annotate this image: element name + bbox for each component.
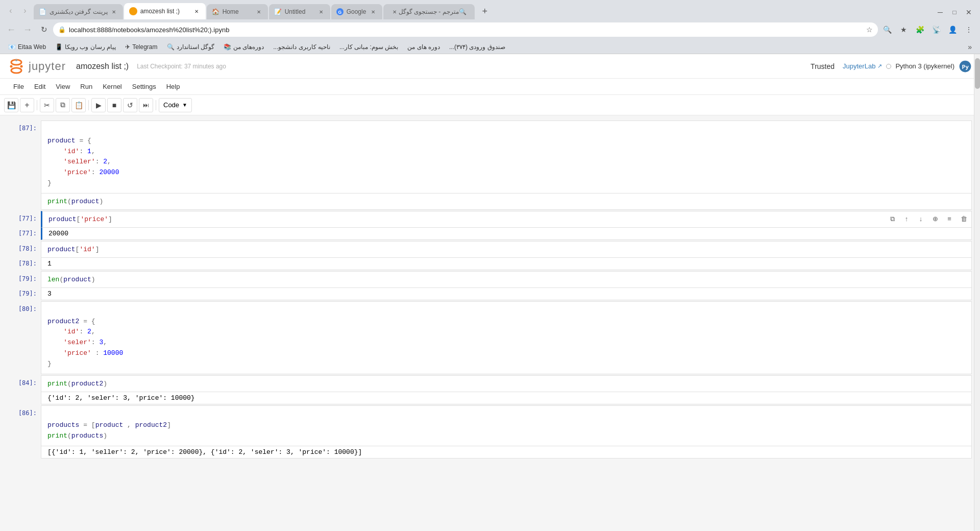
bookmark-5[interactable]: 📚 دوره‌های من (219, 42, 268, 52)
cell-action-4[interactable]: ≡ (943, 213, 955, 225)
back-button[interactable]: ← (4, 22, 18, 37)
bookmark-4[interactable]: 🔍 گوگل استاندارد (163, 42, 218, 52)
paste-button[interactable]: 📋 (71, 98, 86, 112)
notebook-name[interactable]: amozesh list ;) (76, 62, 129, 71)
cell-type-dropdown[interactable]: Code ▼ (159, 98, 192, 112)
cell-87-input: product = { 'id': 1, 'seller': 2, 'price… (41, 121, 971, 193)
cell-79-body[interactable]: len(product) (41, 271, 972, 288)
bookmark-7[interactable]: بخش سوم: مبانی کار... (335, 42, 402, 52)
bookmark-6[interactable]: ناحیه کاربری دانشجو... (269, 42, 334, 52)
cell-80-body[interactable]: product2 = { 'id': 2, 'seler': 3, 'price… (41, 301, 972, 374)
move-down-button[interactable]: ↓ (915, 213, 927, 225)
cell-77-row: [77]: product['price'] (0, 211, 980, 228)
menu-button[interactable]: ⋮ (962, 22, 976, 37)
forward-btn[interactable]: › (18, 4, 32, 17)
cell-84-body[interactable]: print(product2) (41, 375, 972, 392)
cell-86-output-value: [{'id': 1, 'seller': 2, 'price': 20000},… (47, 448, 362, 456)
cell-77-prompt: [77]: (18, 215, 37, 222)
menu-edit[interactable]: Edit (29, 82, 51, 91)
address-text: localhost:8888/notebooks/amozesh%20list%… (69, 26, 866, 34)
tab-close-4[interactable]: ✕ (317, 8, 325, 16)
restart-button[interactable]: ↺ (123, 98, 137, 112)
bookmark-2[interactable]: 📱 پیام رسان وب رویکا (51, 42, 120, 52)
tab-favicon-6: 🔍 (459, 8, 467, 15)
menu-view[interactable]: View (51, 82, 75, 91)
tab-inactive-3[interactable]: 🏠 Home ✕ (207, 4, 268, 19)
stop-button[interactable]: ■ (107, 98, 121, 112)
tab-close-3[interactable]: ✕ (255, 8, 263, 16)
move-up-button[interactable]: ↑ (900, 213, 913, 225)
bookmark-3[interactable]: ✈ Telegram (121, 42, 161, 52)
cell-80-container: [80]: product2 = { 'id': 2, 'seler': 3, … (0, 301, 980, 374)
scrollbar-thumb[interactable] (975, 58, 980, 89)
vertical-scrollbar[interactable] (974, 54, 980, 531)
cell-79-output-value: 3 (47, 290, 52, 298)
cell-87b-row: print(product) (0, 194, 980, 210)
cell-84-output-body: {'id': 2, 'seler': 3, 'price': 10000} (41, 392, 972, 404)
cut-button[interactable]: ✂ (40, 98, 54, 112)
delete-cell-button[interactable]: 🗑 (958, 213, 970, 225)
tab-close-2[interactable]: ✕ (192, 7, 201, 15)
cell-77-body[interactable]: product['price'] (41, 211, 972, 228)
cell-77-output-gutter: [77]: (0, 228, 41, 240)
cell-86-prompt: [86]: (18, 409, 37, 417)
tab-close-6[interactable]: ✕ (390, 8, 399, 16)
back-btn[interactable]: ‹ (4, 4, 17, 17)
bookmark-1[interactable]: 📧 Eitaa Web (4, 42, 50, 52)
cell-77-actions: ⧉ ↑ ↓ ⊕ ≡ 🗑 (886, 213, 970, 225)
jupyterlab-link[interactable]: JupyterLab ↗ (843, 62, 882, 70)
cell-86-body[interactable]: products = [product , product2] print(pr… (41, 405, 972, 446)
bookmark-8[interactable]: دوره های من (403, 42, 444, 52)
jupyter-logo: jupyter (8, 58, 66, 75)
profile-button[interactable]: 👤 (945, 22, 960, 37)
reload-button[interactable]: ↻ (37, 22, 51, 37)
cell-77-gutter: [77]: (0, 211, 41, 228)
tab-close-5[interactable]: ✕ (369, 8, 377, 16)
bookmark-star-icon[interactable]: ☆ (866, 26, 873, 34)
restart-run-button[interactable]: ⏭ (139, 98, 153, 112)
menu-help[interactable]: Help (161, 82, 185, 91)
window-maximize[interactable]: □ (947, 5, 962, 19)
tab-inactive-4[interactable]: 📝 Untitled ✕ (269, 4, 330, 19)
add-cell-button[interactable]: + (20, 98, 34, 112)
menu-file[interactable]: File (8, 82, 29, 91)
cell-78-row: [78]: product['id'] (0, 241, 980, 258)
menu-kernel[interactable]: Kernel (97, 82, 127, 91)
svg-text:G: G (338, 10, 341, 15)
cell-78-output-prompt: [78]: (18, 260, 37, 267)
new-tab-button[interactable]: + (478, 4, 492, 18)
tab-inactive-1[interactable]: 📄 پرینت گرفتن دیکشنری ✕ (34, 4, 123, 19)
cell-87b-body[interactable]: print(product) (41, 194, 972, 210)
cell-78-body[interactable]: product['id'] (41, 241, 972, 258)
copy-cell-button[interactable]: ⧉ (886, 213, 898, 225)
forward-button[interactable]: → (20, 22, 35, 37)
window-close[interactable]: ✕ (962, 5, 976, 19)
cell-action-3[interactable]: ⊕ (929, 213, 941, 225)
cell-79-gutter: [79]: (0, 271, 41, 288)
browser-chrome: ‹ › 📄 پرینت گرفتن دیکشنری ✕ amozesh list… (0, 0, 980, 54)
window-minimize[interactable]: ─ (933, 5, 947, 19)
cell-87-body[interactable]: product = { 'id': 1, 'seller': 2, 'price… (41, 120, 972, 194)
menu-run[interactable]: Run (75, 82, 97, 91)
zoom-button[interactable]: 🔍 (880, 22, 894, 37)
jupyter-logo-icon (8, 58, 24, 75)
copy-button[interactable]: ⧉ (56, 98, 70, 112)
toolbar-sep-2 (88, 100, 89, 110)
tab-close-1[interactable]: ✕ (110, 8, 118, 16)
address-bar[interactable]: 🔒 localhost:8888/notebooks/amozesh%20lis… (53, 22, 878, 37)
bookmarks-button[interactable]: ★ (896, 22, 911, 37)
vpn-icon[interactable]: 📡 (929, 22, 943, 37)
cell-79-prompt: [79]: (18, 275, 37, 282)
tab-inactive-5[interactable]: G Google ✕ (331, 4, 382, 19)
save-button[interactable]: 💾 (4, 98, 18, 112)
run-button[interactable]: ▶ (91, 98, 106, 112)
bookmark-9[interactable]: صندوق ورودی (۳۷۴)... (445, 42, 509, 52)
tab-active-2[interactable]: amozesh list ;) ✕ (124, 3, 206, 19)
bookmarks-overflow[interactable]: » (964, 42, 976, 52)
jupyter-toolbar: 💾 + ✂ ⧉ 📋 ▶ ■ ↺ ⏭ Code ▼ (0, 95, 980, 115)
cell-78-output-body: 1 (41, 258, 972, 270)
cell-78-container: [78]: product['id'] [78]: 1 (0, 241, 980, 270)
menu-settings[interactable]: Settings (127, 82, 161, 91)
tab-inactive-6[interactable]: 🔍 مترجم - جستجوی گوگل ✕ (383, 4, 475, 19)
extensions-button[interactable]: 🧩 (913, 22, 927, 37)
